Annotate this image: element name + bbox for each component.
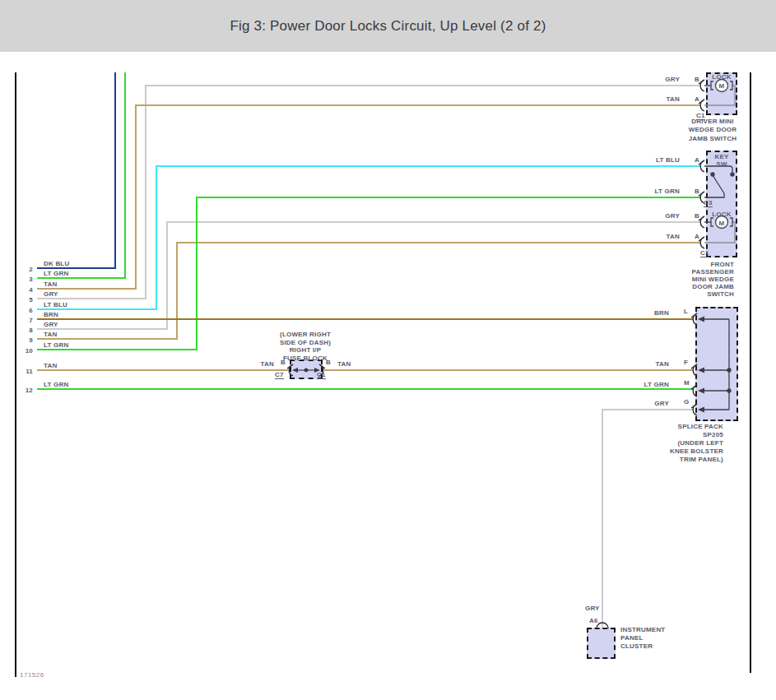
pin-letter: G xyxy=(684,398,689,406)
wire-color-label: TAN xyxy=(639,233,680,240)
wire-color-label: TAN xyxy=(639,95,680,103)
doc-number: 171526 xyxy=(20,671,44,679)
pin-number: 12 xyxy=(18,387,33,394)
wire-color-label: GRY xyxy=(585,605,600,612)
wire-color-label: DK BLU xyxy=(44,260,69,267)
pin-number: 11 xyxy=(18,368,33,375)
component-box-label: KEY xyxy=(706,153,737,160)
component-name: SIDE OF DASH) xyxy=(252,339,359,346)
pin-letter: A xyxy=(695,95,699,103)
wire-color-label: GRY xyxy=(639,212,680,220)
component-name: PANEL xyxy=(620,634,644,642)
wire-color-label: TAN xyxy=(44,280,57,288)
wire-gry-pin5-driver-lock xyxy=(37,86,701,299)
connector-label: C7 xyxy=(275,371,284,379)
component-name: TRIM PANEL) xyxy=(641,456,723,463)
wire-color-label: LT GRN xyxy=(44,341,68,349)
component-name: SPLICE PACK xyxy=(641,423,723,430)
key-switch-icon xyxy=(704,166,734,197)
motor-m-label: M xyxy=(716,220,727,227)
component-name: INSTRUMENT xyxy=(620,626,665,633)
pin-letter: B xyxy=(695,188,699,195)
wire-color-label: LT GRN xyxy=(44,270,68,277)
component-name: SWITCH xyxy=(652,290,734,298)
wire-lt-grn-pin3 xyxy=(37,72,125,278)
wire-color-label: LT GRN xyxy=(620,381,669,388)
component-name: (UNDER LEFT xyxy=(641,439,723,447)
component-name: FUSE BLOCK xyxy=(252,355,359,362)
pin-number: 9 xyxy=(18,336,33,344)
pin-letter: B xyxy=(695,212,699,220)
wires-and-symbols-layer xyxy=(0,0,776,700)
component-name: WEDGE DOOR xyxy=(671,126,754,133)
wire-lt-grn-pin10-key-sw xyxy=(37,197,701,350)
wire-color-label: LT GRN xyxy=(44,381,68,388)
wire-color-label: TAN xyxy=(44,362,57,369)
pin-number: 2 xyxy=(18,266,33,273)
component-name: RIGHT I/P xyxy=(252,346,359,354)
pin-letter: A xyxy=(695,233,699,240)
component-name: FRONT xyxy=(652,261,734,268)
wire-color-label: TAN xyxy=(44,331,57,338)
pin-number: 7 xyxy=(18,317,33,324)
wire-tan-pin9-passenger-lock xyxy=(37,243,701,339)
pin-number: 8 xyxy=(18,327,33,334)
wire-color-label: GRY xyxy=(620,400,669,407)
component-name: MINI WEDGE xyxy=(652,276,734,283)
splice-pin-m-terminal-icon xyxy=(691,385,697,396)
wire-color-label: LT BLU xyxy=(44,301,67,308)
pin-letter: A xyxy=(695,156,699,164)
pin-letter: A6 xyxy=(589,617,598,624)
wire-color-label: BRN xyxy=(620,309,669,317)
wire-color-label: TAN xyxy=(620,360,669,368)
component-name: PASSENGER xyxy=(652,268,734,276)
fuse-block-left-terminal-icon xyxy=(287,364,293,376)
pin-letter: F xyxy=(684,359,688,366)
component-name: (LOWER RIGHT xyxy=(252,331,359,338)
component-name: KNEE BOLSTER xyxy=(641,447,723,455)
component-box-label: LOCK xyxy=(706,211,737,218)
pin-number: 5 xyxy=(18,296,33,304)
fuse-passthrough-icon xyxy=(292,368,320,373)
pin-letter: B xyxy=(695,76,699,83)
wire-gry-pin8-passenger-lock xyxy=(37,222,701,329)
wire-color-label: GRY xyxy=(639,76,680,83)
component-name: DOOR JAMB xyxy=(652,283,734,290)
wire-color-label: GRY xyxy=(44,290,58,298)
component-name: JAMB SWITCH xyxy=(671,135,754,142)
wire-lt-blu-pin6-key-sw xyxy=(37,166,701,309)
wire-color-label: LT BLU xyxy=(639,156,680,164)
wire-color-label: BRN xyxy=(44,311,58,318)
wiring-diagram-canvas: 2DK BLU3LT GRN4TAN5GRY6LT BLU7BRN8GRY9TA… xyxy=(0,0,776,700)
motor-m-label: M xyxy=(716,82,727,90)
component-name: DRIVER MINI xyxy=(671,118,754,125)
pin-letter: L xyxy=(684,308,688,315)
connector-label: C1 xyxy=(700,249,709,257)
connector-label: C3 xyxy=(704,199,713,207)
pin-number: 10 xyxy=(18,347,33,355)
splice-bus-icon xyxy=(698,317,731,413)
pin-letter: M xyxy=(684,379,690,387)
wire-color-label: GRY xyxy=(44,321,58,328)
pin-number: 3 xyxy=(18,276,33,283)
connector-label: C1 xyxy=(317,371,326,379)
component-name: SP205 xyxy=(641,431,723,438)
component-box-label: SW xyxy=(706,160,737,168)
pin-number: 4 xyxy=(18,286,33,294)
wire-color-label: LT GRN xyxy=(639,188,680,195)
wire-dk-blu-pin2 xyxy=(37,72,115,268)
pin-number: 6 xyxy=(18,307,33,314)
component-box-label: LOCK xyxy=(706,73,737,81)
component-name: CLUSTER xyxy=(620,642,653,650)
